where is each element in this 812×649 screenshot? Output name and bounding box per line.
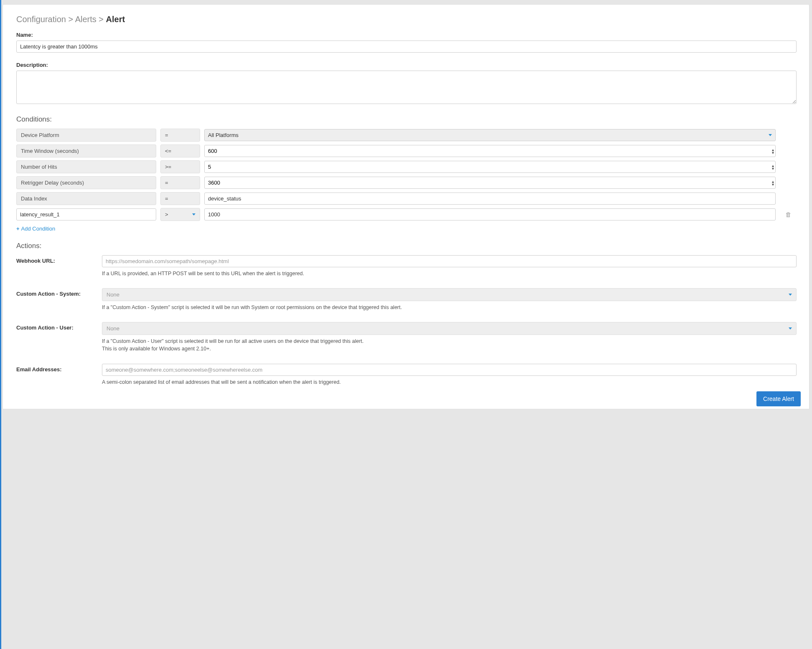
- condition-row: Time Window (seconds) <= ▴▾: [16, 145, 797, 157]
- retrigger-delay-input[interactable]: [204, 177, 776, 189]
- condition-row: Number of Hits >= ▴▾: [16, 160, 797, 173]
- name-field[interactable]: [16, 41, 797, 53]
- custom-condition-value-input[interactable]: [204, 208, 776, 221]
- description-field[interactable]: [16, 71, 797, 104]
- chevron-down-icon: [769, 134, 772, 136]
- condition-operator: <=: [160, 145, 200, 157]
- breadcrumb-sep: >: [69, 15, 74, 24]
- custom-action-user-label: Custom Action - User:: [16, 324, 98, 350]
- condition-row: Device Platform = All Platforms: [16, 129, 797, 142]
- email-addresses-input[interactable]: [102, 364, 797, 376]
- name-label: Name:: [16, 32, 797, 38]
- alert-config-page: Configuration > Alerts > Alert Name: Des…: [3, 4, 809, 409]
- conditions-heading: Conditions:: [16, 115, 797, 124]
- custom-action-system-value: None: [107, 292, 119, 298]
- custom-action-user-help: If a "Custom Action - User" script is se…: [102, 337, 797, 352]
- data-index-input[interactable]: [204, 193, 776, 205]
- webhook-label: Webhook URL:: [16, 258, 98, 275]
- breadcrumb-part-alerts[interactable]: Alerts: [75, 15, 96, 24]
- email-help-text: A semi-colon separated list of email add…: [102, 378, 797, 386]
- condition-field-label: Device Platform: [16, 129, 156, 142]
- webhook-url-input[interactable]: [102, 255, 797, 267]
- add-condition-label: Add Condition: [21, 226, 56, 232]
- number-stepper[interactable]: ▴▾: [772, 164, 774, 170]
- breadcrumb: Configuration > Alerts > Alert: [16, 15, 797, 24]
- description-label: Description:: [16, 62, 797, 68]
- breadcrumb-sep: >: [99, 15, 104, 24]
- condition-field-label: Time Window (seconds): [16, 145, 156, 157]
- trash-icon: 🗑: [785, 211, 792, 218]
- breadcrumb-current: Alert: [106, 15, 125, 24]
- custom-condition-operator-select[interactable]: >: [160, 208, 200, 221]
- actions-heading: Actions:: [16, 242, 797, 250]
- device-platform-value: All Platforms: [208, 132, 239, 138]
- left-accent-strip: [0, 0, 1, 409]
- custom-action-system-row: Custom Action - System: None If a "Custo…: [16, 288, 797, 311]
- time-window-input-wrap: ▴▾: [204, 145, 776, 157]
- webhook-help-text: If a URL is provided, an HTTP POST will …: [102, 270, 797, 277]
- time-window-input[interactable]: [204, 145, 776, 157]
- create-alert-button[interactable]: Create Alert: [756, 391, 801, 406]
- condition-field-label: Data Index: [16, 192, 156, 205]
- condition-operator: >=: [160, 160, 200, 173]
- add-condition-button[interactable]: + Add Condition: [16, 226, 55, 232]
- breadcrumb-part-configuration[interactable]: Configuration: [16, 15, 66, 24]
- device-platform-select[interactable]: All Platforms: [204, 129, 776, 141]
- custom-action-user-select[interactable]: None: [102, 322, 797, 335]
- webhook-row: Webhook URL: If a URL is provided, an HT…: [16, 255, 797, 277]
- condition-row: Retrigger Delay (seconds) = ▴▾: [16, 176, 797, 189]
- delete-condition-button[interactable]: 🗑: [780, 211, 797, 218]
- chevron-down-icon: [192, 213, 195, 215]
- condition-operator: =: [160, 192, 200, 205]
- condition-row: Data Index =: [16, 192, 797, 205]
- custom-condition-operator-value: >: [165, 211, 168, 218]
- condition-field-label: Number of Hits: [16, 160, 156, 173]
- number-stepper[interactable]: ▴▾: [772, 148, 774, 154]
- chevron-down-icon: [789, 327, 792, 330]
- custom-action-user-value: None: [107, 325, 119, 332]
- retrigger-input-wrap: ▴▾: [204, 177, 776, 189]
- custom-action-user-row: Custom Action - User: None If a "Custom …: [16, 322, 797, 352]
- email-row: Email Addresses: A semi-colon separated …: [16, 364, 797, 386]
- condition-operator: =: [160, 176, 200, 189]
- custom-condition-field-input[interactable]: [16, 208, 156, 221]
- email-label: Email Addresses:: [16, 366, 98, 383]
- plus-icon: +: [16, 226, 20, 232]
- custom-action-system-select[interactable]: None: [102, 288, 797, 301]
- custom-action-system-help: If a "Custom Action - System" script is …: [102, 304, 797, 311]
- chevron-down-icon: [789, 294, 792, 296]
- condition-operator: =: [160, 129, 200, 142]
- number-stepper[interactable]: ▴▾: [772, 180, 774, 186]
- custom-action-system-label: Custom Action - System:: [16, 291, 98, 309]
- condition-row: > 🗑: [16, 208, 797, 221]
- hits-input-wrap: ▴▾: [204, 161, 776, 173]
- number-of-hits-input[interactable]: [204, 161, 776, 173]
- condition-field-label: Retrigger Delay (seconds): [16, 176, 156, 189]
